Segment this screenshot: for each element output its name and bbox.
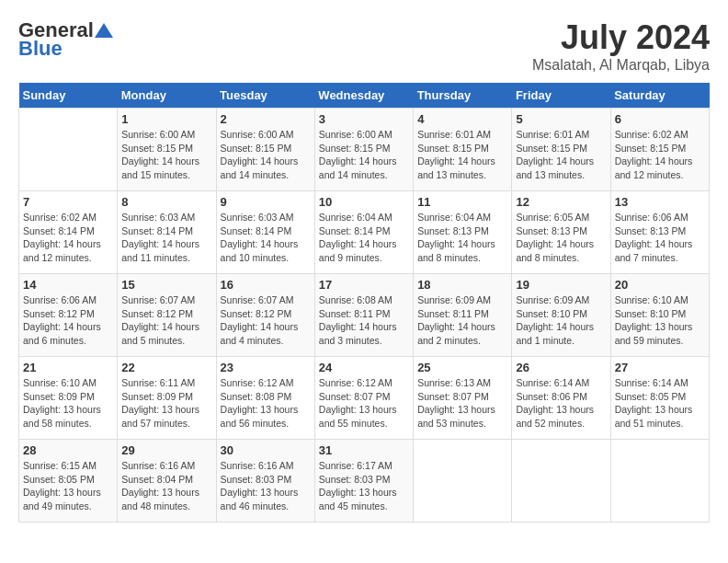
page-header: General Blue July 2024 Msalatah, Al Marq… [18,18,710,74]
calendar-cell: 18Sunrise: 6:09 AM Sunset: 8:11 PM Dayli… [414,274,512,357]
day-info: Sunrise: 6:01 AM Sunset: 8:15 PM Dayligh… [516,128,606,182]
calendar-table: SundayMondayTuesdayWednesdayThursdayFrid… [18,83,710,523]
day-info: Sunrise: 6:06 AM Sunset: 8:12 PM Dayligh… [23,293,113,348]
calendar-cell: 8Sunrise: 6:03 AM Sunset: 8:14 PM Daylig… [118,191,216,274]
calendar-cell: 30Sunrise: 6:16 AM Sunset: 8:03 PM Dayli… [216,440,314,523]
calendar-week-row: 21Sunrise: 6:10 AM Sunset: 8:09 PM Dayli… [19,357,710,440]
calendar-cell: 20Sunrise: 6:10 AM Sunset: 8:10 PM Dayli… [610,274,709,357]
day-number: 6 [615,112,705,126]
logo-blue-text: Blue [18,37,63,61]
calendar-cell: 14Sunrise: 6:06 AM Sunset: 8:12 PM Dayli… [19,274,118,357]
day-number: 29 [121,443,211,457]
day-info: Sunrise: 6:11 AM Sunset: 8:09 PM Dayligh… [121,376,211,431]
day-info: Sunrise: 6:12 AM Sunset: 8:08 PM Dayligh… [221,376,311,431]
day-info: Sunrise: 6:04 AM Sunset: 8:13 PM Dayligh… [417,211,507,265]
day-info: Sunrise: 6:02 AM Sunset: 8:15 PM Dayligh… [615,128,705,182]
day-number: 25 [417,361,507,374]
calendar-cell: 23Sunrise: 6:12 AM Sunset: 8:08 PM Dayli… [216,357,314,440]
day-number: 12 [516,195,606,209]
calendar-cell: 25Sunrise: 6:13 AM Sunset: 8:07 PM Dayli… [414,357,512,440]
day-info: Sunrise: 6:13 AM Sunset: 8:07 PM Dayligh… [417,376,507,431]
title-section: July 2024 Msalatah, Al Marqab, Libya [532,18,710,74]
day-info: Sunrise: 6:01 AM Sunset: 8:15 PM Dayligh… [417,128,507,182]
day-number: 9 [221,195,311,209]
day-number: 18 [417,278,507,292]
day-number: 30 [221,443,311,457]
day-number: 17 [319,278,409,292]
weekday-header-saturday: Saturday [610,83,709,109]
day-number: 15 [121,278,211,292]
day-info: Sunrise: 6:00 AM Sunset: 8:15 PM Dayligh… [319,128,409,182]
day-info: Sunrise: 6:10 AM Sunset: 8:10 PM Dayligh… [615,293,705,348]
calendar-cell [610,440,709,523]
month-year-title: July 2024 [532,18,710,57]
day-number: 3 [319,112,409,126]
calendar-cell: 22Sunrise: 6:11 AM Sunset: 8:09 PM Dayli… [118,357,216,440]
calendar-cell: 11Sunrise: 6:04 AM Sunset: 8:13 PM Dayli… [414,191,512,274]
calendar-cell: 1Sunrise: 6:00 AM Sunset: 8:15 PM Daylig… [118,109,216,191]
day-number: 8 [121,195,211,209]
weekday-header-sunday: Sunday [19,83,118,109]
day-number: 23 [221,361,311,374]
calendar-cell: 29Sunrise: 6:16 AM Sunset: 8:04 PM Dayli… [118,440,216,523]
calendar-cell: 24Sunrise: 6:12 AM Sunset: 8:07 PM Dayli… [314,357,413,440]
calendar-cell: 7Sunrise: 6:02 AM Sunset: 8:14 PM Daylig… [19,191,118,274]
day-info: Sunrise: 6:14 AM Sunset: 8:06 PM Dayligh… [516,376,606,431]
day-info: Sunrise: 6:03 AM Sunset: 8:14 PM Dayligh… [221,211,311,265]
calendar-cell: 6Sunrise: 6:02 AM Sunset: 8:15 PM Daylig… [610,109,709,191]
logo-triangle-icon [95,21,113,40]
calendar-cell: 31Sunrise: 6:17 AM Sunset: 8:03 PM Dayli… [314,440,413,523]
calendar-cell [19,109,118,191]
day-number: 5 [516,112,606,126]
day-number: 21 [23,361,113,374]
day-number: 7 [23,195,113,209]
day-info: Sunrise: 6:10 AM Sunset: 8:09 PM Dayligh… [23,376,113,431]
calendar-cell [512,440,610,523]
day-number: 4 [417,112,507,126]
calendar-cell: 15Sunrise: 6:07 AM Sunset: 8:12 PM Dayli… [118,274,216,357]
day-info: Sunrise: 6:00 AM Sunset: 8:15 PM Dayligh… [121,128,211,182]
day-info: Sunrise: 6:02 AM Sunset: 8:14 PM Dayligh… [23,211,113,265]
calendar-week-row: 28Sunrise: 6:15 AM Sunset: 8:05 PM Dayli… [19,440,710,523]
weekday-header-friday: Friday [512,83,610,109]
weekday-header-thursday: Thursday [414,83,512,109]
day-info: Sunrise: 6:16 AM Sunset: 8:03 PM Dayligh… [221,459,311,513]
day-number: 20 [615,278,705,292]
calendar-cell [414,440,512,523]
calendar-week-row: 14Sunrise: 6:06 AM Sunset: 8:12 PM Dayli… [19,274,710,357]
day-info: Sunrise: 6:03 AM Sunset: 8:14 PM Dayligh… [121,211,211,265]
logo: General Blue [18,18,114,61]
day-number: 1 [121,112,211,126]
day-number: 28 [23,443,113,457]
day-info: Sunrise: 6:15 AM Sunset: 8:05 PM Dayligh… [23,459,113,513]
day-number: 24 [319,361,409,374]
day-info: Sunrise: 6:06 AM Sunset: 8:13 PM Dayligh… [615,211,705,265]
calendar-cell: 2Sunrise: 6:00 AM Sunset: 8:15 PM Daylig… [216,109,314,191]
calendar-week-row: 1Sunrise: 6:00 AM Sunset: 8:15 PM Daylig… [19,109,710,191]
calendar-cell: 9Sunrise: 6:03 AM Sunset: 8:14 PM Daylig… [216,191,314,274]
day-info: Sunrise: 6:00 AM Sunset: 8:15 PM Dayligh… [221,128,311,182]
calendar-cell: 21Sunrise: 6:10 AM Sunset: 8:09 PM Dayli… [19,357,118,440]
day-number: 16 [221,278,311,292]
day-info: Sunrise: 6:05 AM Sunset: 8:13 PM Dayligh… [516,211,606,265]
calendar-cell: 28Sunrise: 6:15 AM Sunset: 8:05 PM Dayli… [19,440,118,523]
day-number: 10 [319,195,409,209]
day-number: 19 [516,278,606,292]
day-info: Sunrise: 6:09 AM Sunset: 8:11 PM Dayligh… [417,293,507,348]
weekday-header-monday: Monday [118,83,216,109]
calendar-cell: 17Sunrise: 6:08 AM Sunset: 8:11 PM Dayli… [314,274,413,357]
day-number: 13 [615,195,705,209]
calendar-cell: 5Sunrise: 6:01 AM Sunset: 8:15 PM Daylig… [512,109,610,191]
day-info: Sunrise: 6:04 AM Sunset: 8:14 PM Dayligh… [319,211,409,265]
day-info: Sunrise: 6:16 AM Sunset: 8:04 PM Dayligh… [121,459,211,513]
calendar-cell: 3Sunrise: 6:00 AM Sunset: 8:15 PM Daylig… [314,109,413,191]
calendar-cell: 12Sunrise: 6:05 AM Sunset: 8:13 PM Dayli… [512,191,610,274]
weekday-header-tuesday: Tuesday [216,83,314,109]
day-info: Sunrise: 6:09 AM Sunset: 8:10 PM Dayligh… [516,293,606,348]
location-subtitle: Msalatah, Al Marqab, Libya [532,57,710,74]
day-info: Sunrise: 6:17 AM Sunset: 8:03 PM Dayligh… [319,459,409,513]
calendar-cell: 13Sunrise: 6:06 AM Sunset: 8:13 PM Dayli… [610,191,709,274]
calendar-cell: 10Sunrise: 6:04 AM Sunset: 8:14 PM Dayli… [314,191,413,274]
day-info: Sunrise: 6:07 AM Sunset: 8:12 PM Dayligh… [121,293,211,348]
calendar-cell: 19Sunrise: 6:09 AM Sunset: 8:10 PM Dayli… [512,274,610,357]
